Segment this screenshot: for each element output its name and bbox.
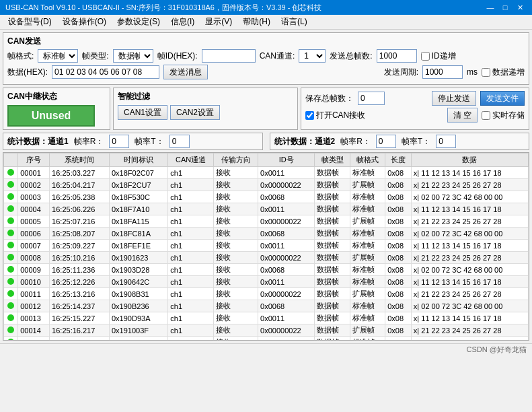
save-frames-input[interactable] xyxy=(358,92,385,105)
row-data: x| 02 00 72 3C 42 68 00 00 xyxy=(411,300,528,312)
row-id: 0x0011 xyxy=(258,312,315,324)
row-sys-time: 16:25:15.227 xyxy=(50,312,110,324)
stats-ch2-framet-value[interactable] xyxy=(436,135,456,148)
footer-watermark: CSDN @好奇龙猫 xyxy=(467,345,527,355)
table-row[interactable]: 00011 16:25:13.216 0x1908B31 ch1 接收 0x00… xyxy=(4,288,529,300)
send-period-label: 发送周期: xyxy=(384,67,418,78)
menu-help[interactable]: 帮助(H) xyxy=(237,15,276,29)
table-row[interactable]: 00008 16:25:10.216 0x1901623 ch1 接收 0x00… xyxy=(4,252,529,264)
send-file-button[interactable]: 发送文件 xyxy=(480,91,525,106)
row-data: x| 11 12 13 14 15 16 17 18 xyxy=(411,240,528,252)
real-storage-checkbox[interactable] xyxy=(482,111,490,120)
row-dir: 接收 xyxy=(213,191,258,203)
row-dir: 接收 xyxy=(213,215,258,228)
row-dir: 接收 xyxy=(213,203,258,215)
row-dot xyxy=(4,288,18,300)
can-send-row2: 数据(HEX): 发送消息 发送周期: ms 数据递增 xyxy=(7,65,525,79)
frame-id-input[interactable]: 00 00 01 01 xyxy=(202,49,256,63)
table-row[interactable]: 00009 16:25:11.236 0x1903D28 ch1 接收 0x00… xyxy=(4,264,529,276)
col-data: 数据 xyxy=(411,153,528,167)
menu-language[interactable]: 语言(L) xyxy=(276,15,313,29)
col-no: 序号 xyxy=(18,153,50,167)
row-frame-type: 数据帧 xyxy=(315,191,350,203)
table-row[interactable]: 00001 16:25:03.227 0x18F02C07 ch1 接收 0x0… xyxy=(4,167,529,179)
row-data: x| 21 22 23 24 25 26 27 28 xyxy=(411,324,528,337)
data-input[interactable] xyxy=(52,65,159,79)
row-sys-time: 16:25:09.227 xyxy=(50,240,110,252)
menu-display[interactable]: 显示(V) xyxy=(200,15,237,29)
row-id: 0x0011 xyxy=(258,167,315,179)
menu-params[interactable]: 参数设定(S) xyxy=(112,15,165,29)
row-time-id: 0x18F02C07 xyxy=(109,167,167,179)
row-no: 00015 xyxy=(18,337,50,341)
row-id: 0x0011 xyxy=(258,203,315,215)
frame-class-select[interactable]: 数据帧 远程帧 xyxy=(113,49,153,63)
table-row[interactable]: 00005 16:25:07.216 0x18FA115 ch1 接收 0x00… xyxy=(4,215,529,228)
send-msg-button[interactable]: 发送消息 xyxy=(163,65,208,79)
row-time-id: 0x1908B31 xyxy=(109,288,167,300)
clear-button[interactable]: 清 空 xyxy=(447,108,478,123)
row-frame-format: 标准帧 xyxy=(350,167,385,179)
row-time-id: 0x1903D28 xyxy=(109,264,167,276)
data-table-container[interactable]: 序号 系统时间 时间标识 CAN通道 传输方向 ID号 帧类型 帧格式 长度 数… xyxy=(3,152,529,341)
data-incr-checkbox[interactable] xyxy=(482,68,490,77)
row-time-id: 0x18FC81A xyxy=(109,228,167,240)
send-period-input[interactable] xyxy=(422,65,463,79)
row-frame-type: 数据帧 xyxy=(315,300,350,312)
channel-select[interactable]: 1 2 xyxy=(299,49,326,63)
maximize-button[interactable]: □ xyxy=(498,1,512,13)
close-button[interactable]: ✕ xyxy=(513,1,527,13)
row-channel: ch1 xyxy=(168,191,214,203)
table-row[interactable]: 00003 16:25:05.238 0x18F530C ch1 接收 0x00… xyxy=(4,191,529,203)
row-no: 00011 xyxy=(18,288,50,300)
table-row[interactable]: 00006 16:25:08.207 0x18FC81A ch1 接收 0x00… xyxy=(4,228,529,240)
stats-ch1-framer-value[interactable] xyxy=(109,135,129,148)
total-send-input[interactable] xyxy=(377,49,417,63)
table-row[interactable]: 00014 16:25:16.217 0x191003F ch1 接收 0x00… xyxy=(4,324,529,337)
table-row[interactable]: 00002 16:25:04.217 0x18F2CU7 ch1 接收 0x00… xyxy=(4,179,529,191)
row-dir: 接收 xyxy=(213,167,258,179)
can1-setting-button[interactable]: CAN1设置 xyxy=(118,105,167,120)
unused-button[interactable]: Unused xyxy=(7,105,95,127)
menu-device-op[interactable]: 设备操作(O) xyxy=(57,15,112,29)
stats-ch2-framer-value[interactable] xyxy=(376,135,396,148)
row-channel: ch1 xyxy=(168,337,214,341)
row-dot xyxy=(4,312,18,324)
row-dot xyxy=(4,252,18,264)
open-can-checkbox[interactable] xyxy=(305,111,314,120)
stats-ch1-framer-label: 帧率R： xyxy=(74,136,104,147)
menu-info[interactable]: 信息(I) xyxy=(165,15,200,29)
can2-setting-button[interactable]: CAN2设置 xyxy=(170,105,220,120)
row-dot xyxy=(4,276,18,288)
stats-ch2-label: 统计数据：通道2 xyxy=(274,136,336,147)
table-row[interactable]: 00013 16:25:15.227 0x190D93A ch1 接收 0x00… xyxy=(4,312,529,324)
row-id: 0x0068 xyxy=(258,264,315,276)
minimize-button[interactable]: — xyxy=(484,1,497,13)
window-controls: — □ ✕ xyxy=(484,1,527,13)
row-dot xyxy=(4,228,18,240)
row-time-id: 0x18F7A10 xyxy=(109,203,167,215)
row-frame-format: 标准帧 xyxy=(350,203,385,215)
stop-send-button[interactable]: 停止发送 xyxy=(432,91,476,106)
row-len: 0x08 xyxy=(385,337,412,341)
row-len: 0x08 xyxy=(385,276,412,288)
row-time-id: 0x190D93A xyxy=(109,312,167,324)
stats-ch1-label: 统计数据：通道1 xyxy=(7,136,69,147)
row-channel: ch1 xyxy=(168,215,214,228)
title-bar: USB-CAN Tool V9.10 - USBCAN-II - SN:序列号：… xyxy=(0,0,532,15)
stats-ch1-framet-value[interactable] xyxy=(169,135,190,148)
row-frame-format: 标准帧 xyxy=(350,337,385,341)
row-dot xyxy=(4,215,18,228)
table-row[interactable]: 00007 16:25:09.227 0x18FEF1E ch1 接收 0x00… xyxy=(4,240,529,252)
save-frames-label: 保存总帧数： xyxy=(305,93,354,104)
table-row[interactable]: 00010 16:25:12.226 0x190642C ch1 接收 0x00… xyxy=(4,276,529,288)
row-frame-format: 标准帧 xyxy=(350,264,385,276)
table-row[interactable]: 00012 16:25:14.237 0x190B236 ch1 接收 0x00… xyxy=(4,300,529,312)
table-row[interactable]: 00004 16:25:06.226 0x18F7A10 ch1 接收 0x00… xyxy=(4,203,529,215)
menu-device-type[interactable]: 设备型号(D) xyxy=(3,15,57,29)
id-incr-checkbox[interactable] xyxy=(421,52,430,61)
frame-type-select[interactable]: 标准帧 扩展帧 xyxy=(38,49,78,63)
row-data: x| 11 12 13 14 15 16 17 18 xyxy=(411,276,528,288)
row-len: 0x08 xyxy=(385,228,412,240)
table-row[interactable]: 00015 16:25:17.237 0x1912744 ch1 接收 0x00… xyxy=(4,337,529,341)
